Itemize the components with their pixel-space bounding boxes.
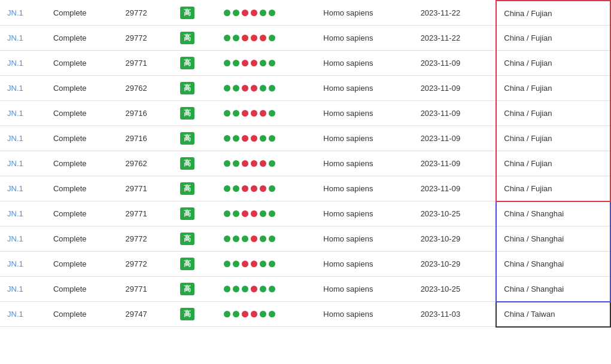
location-cell: China / Shanghai [496, 252, 610, 277]
quality-dots-cell [217, 252, 317, 277]
red-dot [251, 261, 257, 267]
status-cell: Complete [46, 126, 118, 151]
quality-dots-cell [217, 302, 317, 327]
green-dot [233, 311, 239, 317]
variant-id[interactable]: JN.1 [0, 277, 46, 302]
length-cell: 29772 [118, 26, 173, 51]
quality-badge: 高 [180, 283, 194, 295]
host-cell: Homo sapiens [316, 227, 413, 252]
variant-id[interactable]: JN.1 [0, 151, 46, 176]
date-cell: 2023-11-03 [414, 302, 497, 327]
date-cell: 2023-10-29 [414, 252, 497, 277]
variant-id[interactable]: JN.1 [0, 126, 46, 151]
quality-dots-cell [217, 151, 317, 176]
green-dot [260, 235, 266, 242]
status-cell: Complete [46, 151, 118, 176]
red-dot [242, 10, 248, 16]
green-dot [269, 110, 275, 117]
red-dot [242, 311, 248, 317]
quality-dots-cell [217, 76, 317, 101]
status-cell: Complete [46, 302, 118, 327]
location-cell: China / Taiwan台湾 [496, 302, 610, 327]
red-dot [251, 85, 257, 91]
quality-dots-cell [217, 201, 317, 227]
host-cell: Homo sapiens [316, 151, 413, 176]
red-dot [251, 185, 257, 192]
quality-cell: 高 [173, 51, 217, 76]
table-row: JN.1Complete29772高Homo sapiens2023-10-29… [0, 227, 610, 252]
length-cell: 29772 [118, 252, 173, 277]
table-row: JN.1Complete29771高Homo sapiens2023-10-25… [0, 277, 610, 302]
host-cell: Homo sapiens [316, 176, 413, 201]
green-dot [242, 235, 248, 242]
variant-id[interactable]: JN.1 [0, 51, 46, 76]
status-cell: Complete [46, 227, 118, 252]
green-dot [233, 10, 239, 16]
quality-cell: 高 [173, 252, 217, 277]
green-dot [233, 35, 239, 41]
green-dot [224, 160, 230, 167]
location-cell: China / Shanghai上海 [496, 201, 610, 227]
green-dot [269, 261, 275, 267]
green-dot [269, 60, 275, 66]
date-cell: 2023-11-22 [414, 26, 497, 51]
red-dot [251, 35, 257, 41]
quality-dots-cell [217, 101, 317, 126]
red-dot [242, 160, 248, 167]
variant-id[interactable]: JN.1 [0, 201, 46, 227]
red-dot [242, 135, 248, 142]
location-cell: China / Fujian [496, 176, 610, 201]
quality-dots-cell [217, 126, 317, 151]
table-row: JN.1Complete29771高Homo sapiens2023-10-25… [0, 201, 610, 227]
location-cell: China / Fujian [496, 51, 610, 76]
quality-cell: 高 [173, 151, 217, 176]
location-cell: China / Fujian [496, 101, 610, 126]
quality-badge: 高 [180, 7, 194, 19]
variant-id[interactable]: JN.1 [0, 1, 46, 26]
host-cell: Homo sapiens [316, 126, 413, 151]
green-dot [233, 160, 239, 167]
date-cell: 2023-11-22 [414, 1, 497, 26]
variant-id[interactable]: JN.1 [0, 227, 46, 252]
variant-id[interactable]: JN.1 [0, 26, 46, 51]
location-cell: China / Shanghai [496, 227, 610, 252]
green-dot [224, 85, 230, 91]
green-dot [233, 85, 239, 91]
green-dot [233, 110, 239, 117]
host-cell: Homo sapiens [316, 26, 413, 51]
variant-id[interactable]: JN.1 [0, 76, 46, 101]
green-dot [224, 135, 230, 142]
quality-badge: 高 [180, 107, 194, 120]
quality-cell: 高 [173, 227, 217, 252]
green-dot [269, 210, 275, 217]
green-dot [269, 235, 275, 242]
status-cell: Complete [46, 76, 118, 101]
date-cell: 2023-11-09 [414, 51, 497, 76]
red-dot [251, 110, 257, 117]
length-cell: 29771 [118, 176, 173, 201]
quality-dots-cell [217, 277, 317, 302]
host-cell: Homo sapiens [316, 201, 413, 227]
status-cell: Complete [46, 26, 118, 51]
date-cell: 2023-11-09 [414, 151, 497, 176]
date-cell: 2023-11-09 [414, 176, 497, 201]
variant-id[interactable]: JN.1 [0, 252, 46, 277]
green-dot [224, 210, 230, 217]
red-dot [242, 210, 248, 217]
date-cell: 2023-10-25 [414, 201, 497, 227]
quality-badge: 高 [180, 207, 194, 220]
variant-id[interactable]: JN.1 [0, 302, 46, 327]
green-dot [233, 210, 239, 217]
red-dot [251, 210, 257, 217]
variant-id[interactable]: JN.1 [0, 101, 46, 126]
green-dot [260, 286, 266, 292]
red-dot [260, 185, 266, 192]
red-dot [251, 160, 257, 167]
table-row: JN.1Complete29762高Homo sapiens2023-11-09… [0, 151, 610, 176]
red-dot [251, 135, 257, 142]
host-cell: Homo sapiens [316, 51, 413, 76]
green-dot [242, 286, 248, 292]
quality-cell: 高 [173, 277, 217, 302]
location-cell: China / Shanghai [496, 277, 610, 302]
variant-id[interactable]: JN.1 [0, 176, 46, 201]
